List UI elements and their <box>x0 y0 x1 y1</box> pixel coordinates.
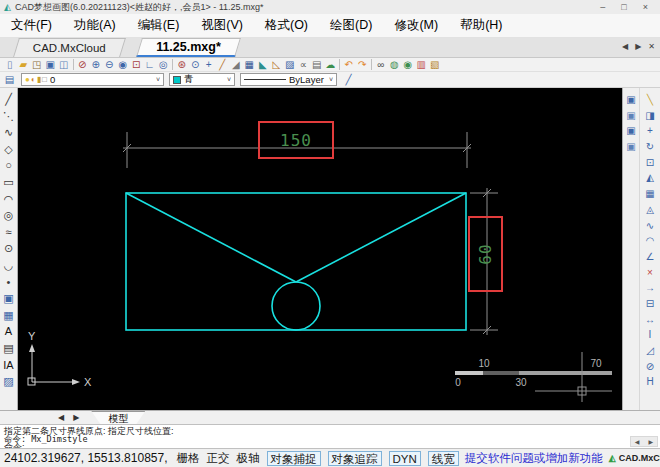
image-export-icon[interactable]: ▧ <box>428 58 442 71</box>
save-as-icon[interactable]: ◫ <box>57 58 71 71</box>
text-tool-icon[interactable]: A <box>1 323 17 340</box>
dimension-text-150[interactable]: 150 <box>280 131 312 150</box>
menu-help[interactable]: 帮助(H) <box>449 17 513 34</box>
import-file-icon[interactable]: ◳ <box>30 58 44 71</box>
command-window[interactable]: 指定第二条尺寸界线原点: 指定尺寸线位置: 命令: Mx_Dimstyle 命令… <box>0 424 660 448</box>
options-icon[interactable]: ▤ <box>310 58 324 71</box>
polyline-tool-icon[interactable]: ∿ <box>1 124 17 141</box>
linetype-tool-button[interactable]: ╱ <box>342 74 355 85</box>
toggle-osnap[interactable]: 对象捕捉 <box>267 451 321 466</box>
scroll-left-icon[interactable]: ◀ <box>635 438 640 445</box>
cloud-save-icon[interactable]: ☁ <box>324 58 338 71</box>
envelope-diagonal-right[interactable] <box>296 193 466 282</box>
ellipse-arc-tool-icon[interactable]: ◡ <box>1 257 17 274</box>
redo-icon[interactable]: ↷ <box>356 58 370 71</box>
menu-draw[interactable]: 绘图(D) <box>319 17 383 34</box>
polygon-tool-icon[interactable]: ◇ <box>1 141 17 158</box>
ellipse-edit-icon[interactable]: ⊘ <box>643 359 657 375</box>
pdf-export-icon[interactable]: ▥ <box>415 58 429 71</box>
tab-model[interactable]: 模型 <box>91 411 145 424</box>
circle-2p-tool-icon[interactable]: ○ <box>1 157 17 174</box>
zoom-out-icon[interactable]: ⊖ <box>103 58 117 71</box>
open-file-icon[interactable]: ▰ <box>17 58 31 71</box>
rectangle-tool-icon[interactable]: ▭ <box>1 174 17 191</box>
dimension-text-60[interactable]: 60 <box>476 243 495 264</box>
envelope-rectangle[interactable] <box>126 193 466 330</box>
refresh-icon[interactable]: ◉ <box>401 58 415 71</box>
point-tool-icon[interactable]: • <box>1 274 17 291</box>
feedback-link[interactable]: 提交软件问题或增加新功能 <box>465 451 603 466</box>
copy-icon[interactable]: ◨ <box>643 108 657 124</box>
donut-tool-icon[interactable]: ◎ <box>1 207 17 224</box>
tab-cad-mxcloud[interactable]: CAD.MxCloud <box>13 38 126 57</box>
envelope-diagonal-left[interactable] <box>126 193 296 282</box>
move-icon[interactable]: + <box>643 123 657 139</box>
tab-current-drawing[interactable]: 11.25.mxg* <box>136 38 240 57</box>
stretch-icon[interactable]: ↔ <box>643 312 657 328</box>
draw-line-icon[interactable]: ╱ <box>216 58 230 71</box>
tab-scroll-right-button[interactable]: ▶ <box>635 42 641 51</box>
lengthen-icon[interactable]: I <box>643 327 657 343</box>
zoom-object-icon[interactable]: ⊛ <box>175 58 189 71</box>
line-tool-icon[interactable]: ╱ <box>1 91 17 108</box>
pedit-icon[interactable]: ∿ <box>643 218 657 234</box>
toggle-polar[interactable]: 极轴 <box>237 451 260 466</box>
zoom-window-icon[interactable]: ⊡ <box>130 58 144 71</box>
toggle-ortho[interactable]: 正交 <box>207 451 230 466</box>
pan-icon[interactable]: + <box>202 58 216 71</box>
tab-close-button[interactable]: ✕ <box>648 42 655 51</box>
menu-format[interactable]: 格式(O) <box>254 17 319 34</box>
toggle-lineweight[interactable]: 线宽 <box>428 451 459 466</box>
command-scrollbar[interactable]: ◀ ▶ <box>630 436 658 447</box>
paste-clip-icon[interactable]: ▣ <box>624 123 638 139</box>
menu-function[interactable]: 功能(A) <box>63 17 127 34</box>
tab-scroll-left-button[interactable]: ◀ <box>622 42 628 51</box>
zoom-in-icon[interactable]: ⊕ <box>89 58 103 71</box>
command-prompt[interactable]: 命令: <box>4 443 656 448</box>
ellipse-tool-icon[interactable]: ⊙ <box>1 240 17 257</box>
menu-file[interactable]: 文件(F) <box>0 17 63 34</box>
extend-icon[interactable]: → <box>643 280 657 296</box>
chamfer-icon[interactable]: ∠ <box>643 249 657 265</box>
array-icon[interactable]: ▦ <box>643 186 657 202</box>
spline-tool-icon[interactable]: ≈ <box>1 224 17 241</box>
color-dropdown[interactable]: 青 ˅ <box>169 73 235 86</box>
menu-view[interactable]: 视图(V) <box>190 17 254 34</box>
erase-icon[interactable]: ╲ <box>643 92 657 108</box>
zoom-previous-icon[interactable]: ⊘ <box>76 58 90 71</box>
new-file-icon[interactable]: ▯ <box>3 58 17 71</box>
menu-modify[interactable]: 修改(M) <box>383 17 449 34</box>
ucs-icon[interactable]: ∟ <box>143 58 157 71</box>
menu-edit[interactable]: 编辑(E) <box>127 17 191 34</box>
measure-icon[interactable]: ◺ <box>270 58 284 71</box>
zoom-extents-icon[interactable]: ◉ <box>116 58 130 71</box>
zoom-dynamic-icon[interactable]: ◎ <box>157 58 171 71</box>
explode-icon[interactable]: ◬ <box>643 202 657 218</box>
undo-icon[interactable]: ↶ <box>342 58 356 71</box>
copy-base-icon[interactable]: ▣ <box>624 108 638 124</box>
arc-tool-icon[interactable]: ◠ <box>1 191 17 208</box>
toggle-otrack[interactable]: 对象追踪 <box>328 451 382 466</box>
modify-tool-icon[interactable]: ◢ <box>229 58 243 71</box>
drawing-canvas[interactable]: 150 60 10 70 0 30 <box>18 88 622 410</box>
close-button[interactable]: × <box>643 2 648 12</box>
hatch-edit-icon[interactable]: H <box>643 374 657 390</box>
layer-manager-icon[interactable]: ▦ <box>243 58 257 71</box>
layout-prev-button[interactable]: ◀ <box>58 413 64 422</box>
copy-clip-icon[interactable]: ▣ <box>624 92 638 108</box>
break-icon[interactable]: ⊟ <box>643 296 657 312</box>
minimize-button[interactable]: – <box>600 2 605 12</box>
xline-tool-icon[interactable]: ⋱ <box>1 108 17 125</box>
block-insert-icon[interactable]: ▦ <box>1 307 17 324</box>
offset-icon[interactable]: ⊡ <box>643 155 657 171</box>
toggle-grid[interactable]: 栅格 <box>177 451 200 466</box>
block-create-icon[interactable]: ▣ <box>1 290 17 307</box>
layer-dropdown[interactable]: ●◐▮□ 0 ˅ <box>21 73 164 86</box>
toggle-dyn[interactable]: DYN <box>389 451 421 466</box>
field-tool-icon[interactable]: IA <box>1 357 17 374</box>
web-icon[interactable]: ◍ <box>388 58 402 71</box>
render-icon[interactable]: ◣ <box>256 58 270 71</box>
layers-panel-button[interactable]: ▤ <box>3 74 16 85</box>
paste-block-icon[interactable]: ▣ <box>624 139 638 155</box>
maximize-button[interactable]: □ <box>621 2 626 12</box>
